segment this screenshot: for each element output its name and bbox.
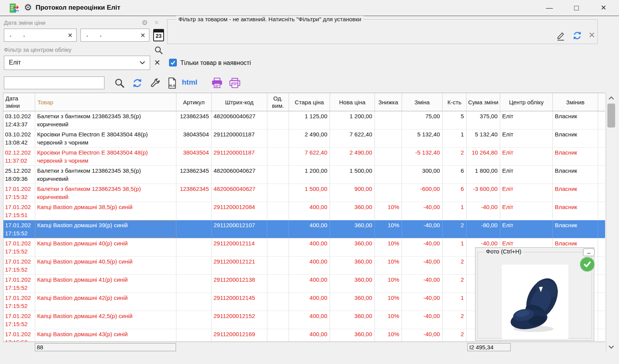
cell-date: 02.12.20211:37:02 [3,148,35,165]
calendar-icon[interactable]: 23 [153,29,164,41]
cell-product: Капці Bastion домашні 42,5(р) синій [35,311,176,329]
cell-discount: 10% [375,220,402,238]
cell-qty: 1 [443,238,467,256]
cell-unit [267,202,289,220]
cell-product: Капці Bastion домашні 42(р) синій [35,293,176,311]
column-header-5[interactable]: Од. вим. [267,93,289,111]
center-clear-icon[interactable]: ✕ [154,58,161,67]
date-filter-gear-icon[interactable]: ⚙ [142,19,148,27]
center-dropdown[interactable]: Еліт [4,56,150,70]
minimize-button[interactable]: — [540,2,559,14]
column-header-11[interactable]: Сума зміни [467,93,500,111]
column-header-9[interactable]: Зміна [402,93,443,111]
table-row[interactable]: 17.01.20217:15:52Капці Bastion домашні 3… [3,220,605,238]
maximize-button[interactable]: □ [567,2,586,14]
cell-change: -40,00 [402,238,443,256]
table-footer: 88 І2 495,34 [3,342,605,352]
refresh-table-icon[interactable] [132,77,143,89]
cell-unit [267,238,289,256]
cell-unit [267,257,289,274]
cell-discount [375,166,402,184]
print-preview-icon[interactable] [229,77,241,89]
cell-qty: 1 [443,202,467,220]
column-header-8[interactable]: Знижка [375,93,402,111]
cell-new_price: 1 200,00 [330,111,375,129]
column-header-4[interactable]: Штрих-код [212,93,267,111]
table-row[interactable]: 03.10.20212:43:37Балетки з бантиком 1238… [3,111,605,129]
cell-old_price: 2 490,00 [289,129,330,147]
column-header-13[interactable]: Змінив [553,93,598,111]
print-icon[interactable] [211,77,223,89]
cell-article: 123862345 [176,111,212,129]
cell-unit [267,329,289,342]
cell-product: Балетки з бантиком 123862345 38,5(р) кор… [35,166,176,184]
cell-old_price: 400,00 [289,293,330,311]
table-row[interactable]: 02.12.20211:37:02Кросівки Puma Electron … [3,148,605,166]
column-header-6[interactable]: Стара ціна [289,93,330,111]
date-to-input[interactable]: . . ✕ [80,29,149,42]
column-header-10[interactable]: К-сть [443,93,467,111]
scroll-down-icon[interactable] [606,343,616,351]
export-html-icon[interactable]: html [182,78,197,87]
export-xls-icon[interactable]: XLS [166,77,178,89]
cell-barcode: 2911200012169 [212,329,267,342]
cell-change: -600,00 [402,184,443,202]
photo-panel: Фото (Ctrl+H) – [475,247,594,341]
cell-article [176,238,212,256]
cell-article [176,329,212,342]
photo-minimize-button[interactable]: – [583,248,595,256]
cell-qty: 2 [443,275,467,293]
product-filter-groupbox: Фільтр за товаром - не активний. Натисні… [167,19,598,44]
close-button[interactable]: ✕ [594,2,613,14]
checkmark-icon [170,60,176,66]
table-row[interactable]: 03.10.20213:08:42Кросівки Puma Electron … [3,129,605,148]
column-header-2[interactable]: Товар [35,93,176,111]
refresh-icon[interactable] [572,31,583,41]
date-filter-close-icon[interactable]: ✕ [154,19,159,26]
column-header-12[interactable]: Центр обліку [500,93,553,111]
cell-discount: 10% [375,238,402,256]
sum-total: І2 495,34 [467,343,511,351]
cell-changed_by: Власник [553,202,598,220]
column-header-3[interactable]: Артикул [176,93,212,111]
table-row[interactable]: 25.12.20218:09:36Балетки з бантиком 1238… [3,166,605,184]
column-header-1[interactable]: Дата зміни [3,93,35,111]
cell-new_price: 2 490,00 [330,148,375,165]
confirm-check-icon[interactable] [580,257,595,272]
date-from-clear-icon[interactable]: ✕ [68,32,73,39]
column-header-7[interactable]: Нова ціна [330,93,375,111]
center-search-icon[interactable] [154,46,163,55]
search-input[interactable] [4,77,104,89]
cell-barcode: 2911200001187 [212,129,267,147]
cell-product: Капці Bastion домашні 40(р) синій [35,238,176,256]
cell-sum: 5 132,40 [467,129,500,147]
cell-date: 17.01.20217:15:51 [3,202,35,220]
date-to-placeholder: . . [86,31,101,38]
cell-discount: 10% [375,275,402,293]
table-row[interactable]: 17.01.20217:15:32Балетки з бантиком 1238… [3,184,605,202]
search-icon[interactable] [114,77,125,89]
cell-date: 17.01.20217:15:52 [3,275,35,293]
cell-unit [267,311,289,329]
cell-old_price: 400,00 [289,329,330,342]
scrollbar-thumb[interactable] [607,104,615,128]
only-in-stock-checkbox[interactable] [169,59,177,66]
cell-qty: 2 [443,329,467,342]
cell-old_price: 400,00 [289,275,330,293]
cell-changed_by: Власник [553,148,598,165]
cell-center: Еліт [500,166,553,184]
cell-article [176,220,212,238]
photo-panel-title: Фото (Ctrl+H) [484,248,523,255]
cell-old_price: 1 125,00 [289,111,330,129]
vertical-scrollbar[interactable] [606,93,616,352]
settings-gear-icon[interactable]: ⚙ [24,2,32,13]
date-from-input[interactable]: . . ✕ [4,29,77,42]
scroll-up-icon[interactable] [606,94,616,102]
table-row[interactable]: 17.01.20217:15:51Капці Bastion домашні 3… [3,202,605,220]
cell-change: -40,00 [402,311,443,329]
settings-wrench-icon[interactable] [149,77,161,89]
product-filter-clear-icon[interactable]: ✕ [588,31,595,40]
cell-article: 123862345 [176,184,212,202]
edit-pencil-icon[interactable] [556,31,566,41]
date-to-clear-icon[interactable]: ✕ [140,32,145,39]
